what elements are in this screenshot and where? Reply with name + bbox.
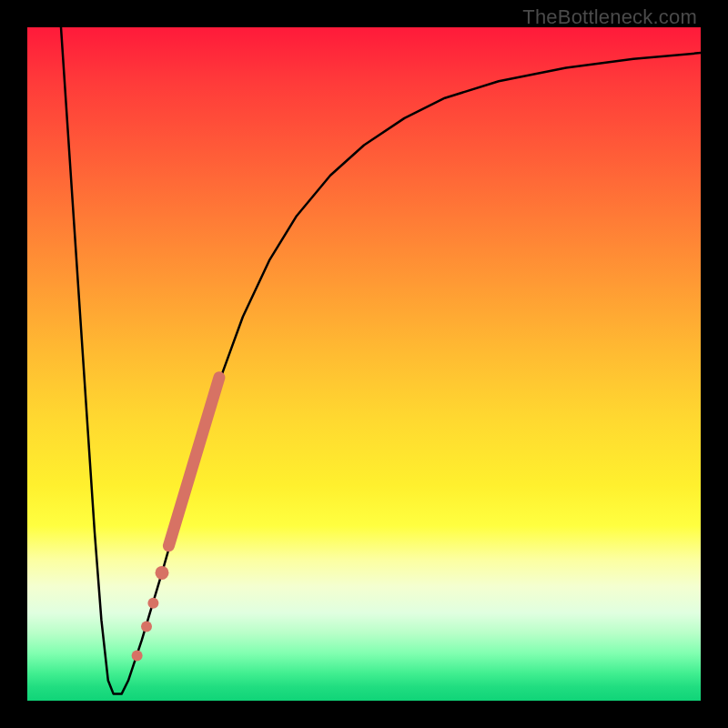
chart-frame: TheBottleneck.com — [0, 0, 728, 728]
watermark-text: TheBottleneck.com — [522, 5, 697, 29]
plot-area — [27, 27, 701, 701]
highlight-dot — [156, 566, 169, 580]
highlight-segment — [168, 378, 219, 546]
highlight-dot — [141, 622, 152, 632]
curve-layer — [61, 27, 701, 694]
bottleneck-curve — [61, 27, 701, 694]
highlight-dot — [147, 598, 158, 609]
highlight-dot — [132, 650, 143, 661]
chart-svg — [27, 27, 701, 701]
highlight-layer — [168, 378, 219, 546]
